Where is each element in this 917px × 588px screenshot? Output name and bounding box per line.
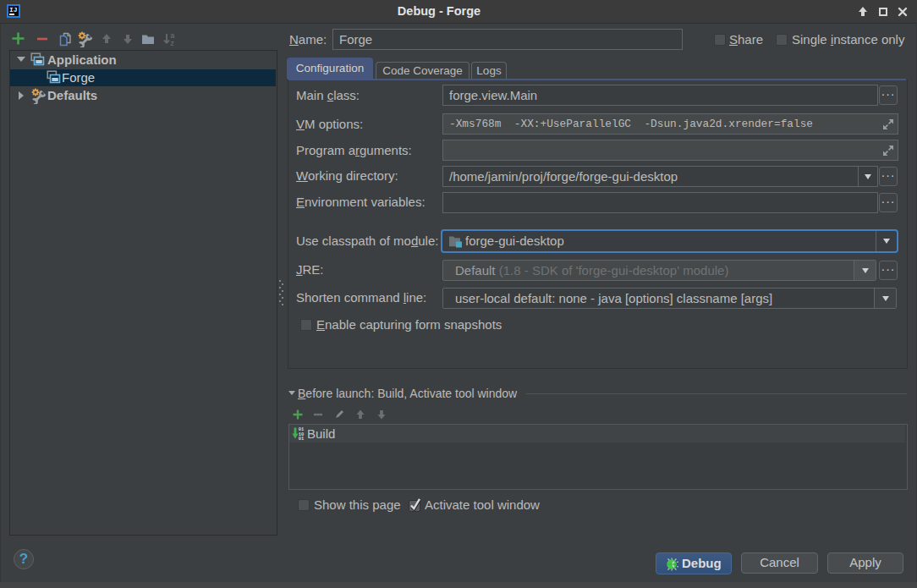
svg-text:01: 01 <box>299 437 304 441</box>
svg-text:z: z <box>171 39 174 47</box>
